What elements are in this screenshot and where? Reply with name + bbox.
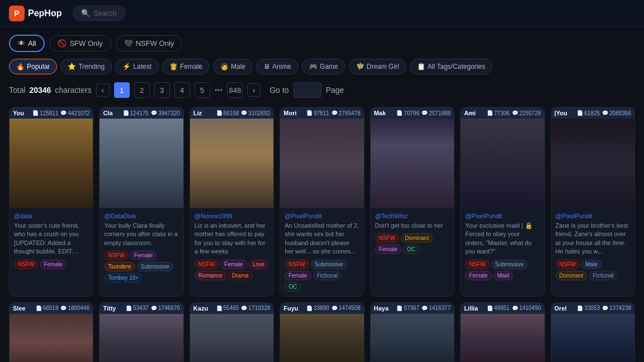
card-stats: 📄57367 💬1416377: [396, 305, 451, 311]
character-card[interactable]: Haya 📄57367 💬1416377: [370, 302, 454, 362]
card-tags: NSFWFemale: [14, 260, 88, 269]
filter-all-label: All: [28, 39, 36, 48]
total-text: Total 20346 characters: [9, 86, 92, 95]
card-stats: 📄66519 💬1800446: [36, 305, 90, 311]
prev-page-button[interactable]: ‹: [96, 83, 110, 97]
tag-trending[interactable]: ⭐ Trending: [60, 59, 112, 74]
card-name: Kazu: [193, 305, 208, 312]
character-card[interactable]: Cla 📄124175 💬3947320 @DataDiva Your bull…: [99, 107, 183, 297]
character-card[interactable]: You 📄125811 💬4421072 @data Your sister's…: [9, 107, 93, 297]
likes-stat: 💬2765478: [332, 110, 361, 116]
card-image: [100, 314, 183, 362]
logo-text: PepHop: [28, 8, 61, 18]
card-header: |You 📄61825 💬2085356: [551, 107, 634, 119]
card-tags: NSFWSubmissiveFemaleMaid: [465, 260, 539, 280]
goto-input[interactable]: [293, 82, 321, 98]
search-icon: 🔍: [81, 9, 90, 17]
page-2-button[interactable]: 2: [134, 82, 150, 98]
card-author: @DataDiva: [104, 213, 178, 219]
card-image: [280, 119, 363, 208]
character-card[interactable]: |You 📄61825 💬2085356 @PixelPundit Zane i…: [551, 107, 635, 297]
card-stats: 📄33053 💬1374238: [577, 305, 631, 311]
filter-all[interactable]: 👁 All: [9, 35, 45, 52]
card-stats: 📄55465 💬1710328: [216, 305, 271, 311]
page-1-button[interactable]: 1: [114, 82, 130, 98]
card-description: Liz is an introvert, and her mother has …: [195, 222, 269, 256]
character-card[interactable]: Orel 📄33053 💬1374238: [551, 302, 635, 362]
next-page-button[interactable]: ›: [247, 83, 261, 97]
character-card[interactable]: Kazu 📄55465 💬1710328: [190, 302, 274, 362]
card-name: You: [13, 110, 24, 116]
likes-stat: 💬3102692: [241, 110, 270, 116]
tag-anime[interactable]: 🖥 Anime: [256, 59, 299, 74]
card-description: Don't get too close to her: [375, 222, 449, 230]
card-body: @PixelPundit Zane is your brother's best…: [551, 208, 634, 285]
character-card[interactable]: Fuyu 📄33890 💬1474508: [280, 302, 364, 362]
character-card[interactable]: Lillia 📄49851 💬1410490: [460, 302, 544, 362]
card-image: [100, 119, 183, 208]
character-card[interactable]: Liz 📄66158 💬3102692 @Noone1999 Liz is an…: [190, 107, 274, 297]
filter-all-icon: 👁: [18, 39, 25, 48]
card-header: Orel 📄33053 💬1374238: [551, 303, 634, 314]
filter-sfw[interactable]: 🚫 SFW Only: [49, 35, 111, 51]
tag-dreamgirl[interactable]: 🧚 Dream Girl: [349, 59, 406, 74]
search-placeholder: Search: [93, 9, 116, 17]
character-card[interactable]: Slee 📄66519 💬1800446: [9, 302, 93, 362]
views-stat: 📄61825: [577, 110, 600, 116]
tag-pill: Tsundere: [104, 262, 135, 271]
page-dots: •••: [215, 86, 223, 95]
page-4-button[interactable]: 4: [174, 82, 190, 98]
card-name: Lillia: [464, 305, 478, 312]
card-name: Ami: [464, 110, 476, 116]
card-description: An Unsatisfied mother of 2, she wants se…: [285, 222, 359, 256]
views-stat: 📄66158: [216, 110, 239, 116]
tag-game[interactable]: 🎮 Game: [302, 59, 345, 74]
character-card[interactable]: Ami 📄77306 💬2255728 @PixelPundit Your ex…: [460, 107, 544, 297]
card-tags: NSFWSubmissiveFemaleFictionalOC: [285, 260, 359, 292]
likes-stat: 💬1710328: [241, 305, 270, 311]
likes-stat: 💬2085356: [602, 110, 631, 116]
card-header: Cla 📄124175 💬3947320: [100, 107, 183, 119]
tag-male[interactable]: 🧑 Male: [213, 59, 253, 74]
tag-female[interactable]: 👸 Female: [162, 59, 210, 74]
tag-pill: NSFW: [556, 260, 580, 269]
search-bar[interactable]: 🔍 Search: [73, 6, 125, 21]
card-body: @PixelPundit Your exclusive maid | 🔒Forc…: [461, 208, 544, 285]
page-5-button[interactable]: 5: [195, 82, 210, 98]
views-stat: 📄66519: [36, 305, 59, 311]
tag-pill: Fictional: [589, 271, 617, 280]
tag-popular[interactable]: 🔥 Popular: [9, 59, 57, 74]
card-image: [551, 119, 634, 208]
views-stat: 📄124175: [123, 110, 149, 116]
last-page-button[interactable]: 848: [227, 82, 243, 98]
character-card[interactable]: Mori 📄97811 💬2765478 @PixelPundit An Uns…: [280, 107, 364, 297]
tag-latest[interactable]: ⚡ Latest: [115, 59, 159, 74]
tag-pill: NSFW: [465, 260, 489, 269]
tag-allcategories[interactable]: 📋 All Tags/Categories: [410, 59, 493, 74]
logo[interactable]: P PepHop: [9, 6, 61, 21]
tag-pill: Submissive: [311, 260, 347, 269]
card-image: [371, 119, 454, 208]
views-stat: 📄57367: [396, 305, 419, 311]
card-stats: 📄61825 💬2085356: [577, 110, 631, 116]
character-card[interactable]: Titty 📄53437 💬1746670: [99, 302, 183, 362]
card-header: Kazu 📄55465 💬1710328: [190, 303, 273, 314]
filter-row: 👁 All 🚫 SFW Only 🖤 NSFW Only: [9, 35, 635, 52]
tag-pill: Female: [465, 271, 491, 280]
card-author: @PixelPundit: [465, 213, 539, 219]
card-header: Liz 📄66158 💬3102692: [190, 107, 273, 119]
card-stats: 📄33890 💬1474508: [306, 305, 361, 311]
page-label: Page: [326, 86, 344, 95]
card-tags: NSFWDominantFemaleOC: [375, 233, 449, 254]
card-image: [190, 119, 273, 208]
card-stats: 📄49851 💬1410490: [487, 305, 541, 311]
character-card[interactable]: Mak 📄70796 💬2571888 @TechWhiz Don't get …: [370, 107, 454, 297]
filter-sfw-icon: 🚫: [58, 39, 67, 48]
page-3-button[interactable]: 3: [154, 82, 170, 98]
tag-pill: Female: [40, 260, 66, 269]
filter-nsfw[interactable]: 🖤 NSFW Only: [116, 35, 183, 51]
tag-pill: Drama: [228, 271, 253, 280]
tag-pill: Female: [220, 260, 247, 269]
card-name: Liz: [193, 110, 202, 116]
views-stat: 📄77306: [487, 110, 510, 116]
